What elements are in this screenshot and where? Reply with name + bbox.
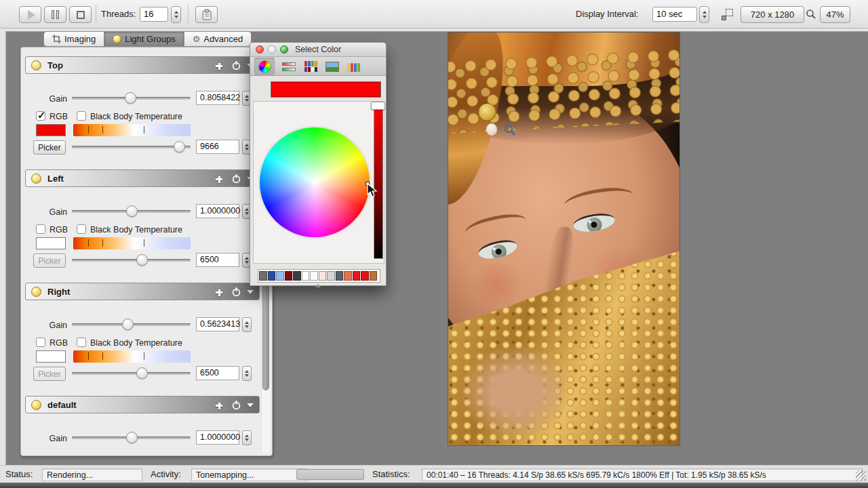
picker-button[interactable]: Picker <box>33 140 66 155</box>
color-swatch[interactable] <box>259 271 267 281</box>
rendered-image <box>448 32 680 446</box>
bbt-checkbox[interactable] <box>77 224 86 234</box>
tab-imaging[interactable]: Imaging <box>43 31 104 47</box>
gain-stepper[interactable] <box>242 430 252 445</box>
picker-slider[interactable] <box>72 367 191 380</box>
gain-value-field[interactable]: 0.5623413 <box>196 317 239 331</box>
power-icon[interactable] <box>231 174 241 184</box>
picker-value-field[interactable]: 6500 <box>196 366 239 380</box>
color-swatch[interactable] <box>276 271 284 281</box>
rgb-checkbox[interactable] <box>36 111 45 121</box>
color-swatch[interactable] <box>327 271 335 281</box>
resize-grip[interactable] <box>856 470 866 481</box>
brightness-slider[interactable] <box>374 105 383 259</box>
display-interval-input[interactable]: 10 sec <box>652 7 697 22</box>
group-header-right[interactable]: Right <box>25 283 260 300</box>
tab-light-groups[interactable]: Light Groups <box>104 31 184 47</box>
add-icon[interactable] <box>214 61 224 70</box>
swatch-row <box>258 269 380 283</box>
color-swatch[interactable] <box>344 271 352 281</box>
drawer-grip-icon[interactable] <box>315 284 321 287</box>
group-color-swatch[interactable] <box>36 124 66 136</box>
rgb-checkbox[interactable] <box>36 338 45 347</box>
statistics-label: Statistics: <box>372 466 410 483</box>
sliders-mode-button[interactable] <box>279 58 299 75</box>
brightness-slider-handle[interactable] <box>371 102 385 110</box>
chevron-down-icon[interactable] <box>247 290 254 294</box>
rgb-checkbox[interactable] <box>36 224 45 234</box>
sliders-icon <box>282 61 296 72</box>
add-icon[interactable] <box>214 174 224 184</box>
picker-button[interactable]: Picker <box>33 253 66 268</box>
chevron-down-icon[interactable] <box>247 403 254 407</box>
color-swatch[interactable] <box>370 271 378 281</box>
add-icon[interactable] <box>214 287 224 297</box>
picker-stepper[interactable] <box>242 366 252 381</box>
color-swatch[interactable] <box>353 271 361 281</box>
color-swatch[interactable] <box>310 271 318 281</box>
group-header-default[interactable]: default <box>25 396 260 413</box>
dialog-titlebar[interactable]: Select Color <box>250 43 386 57</box>
color-swatch[interactable] <box>361 271 369 281</box>
add-icon[interactable] <box>214 401 224 410</box>
temperature-gradient-bar[interactable] <box>73 350 191 363</box>
gain-value-field[interactable]: 1.0000000 <box>196 430 239 445</box>
group-name: Top <box>47 60 63 70</box>
temperature-gradient-bar[interactable] <box>73 124 191 136</box>
picker-button[interactable]: Picker <box>33 367 66 381</box>
group-color-swatch[interactable] <box>36 237 66 249</box>
picker-slider[interactable] <box>72 140 191 154</box>
display-interval-stepper[interactable] <box>699 6 709 23</box>
group-header-top[interactable]: Top <box>25 56 260 74</box>
crayons-mode-button[interactable] <box>344 58 364 75</box>
color-wheel-mode-button[interactable] <box>254 58 275 75</box>
picker-value-field[interactable]: 9666 <box>196 140 239 154</box>
power-icon[interactable] <box>231 400 241 410</box>
picker-slider[interactable] <box>72 253 191 267</box>
threads-stepper[interactable] <box>171 6 181 23</box>
color-swatch[interactable] <box>285 271 293 281</box>
group-color-swatch[interactable] <box>36 350 66 363</box>
color-swatch[interactable] <box>268 271 276 281</box>
color-wheel-panel <box>253 101 384 264</box>
color-swatch[interactable] <box>302 271 310 281</box>
play-button[interactable] <box>19 6 41 23</box>
gain-slider[interactable] <box>72 431 191 445</box>
gain-value-field[interactable]: 0.8058422 <box>196 91 239 105</box>
gain-value-field[interactable]: 1.0000000 <box>196 204 239 218</box>
color-wheel[interactable] <box>260 127 370 237</box>
crayons-icon <box>347 62 361 72</box>
bbt-checkbox[interactable] <box>77 111 86 121</box>
zoom-level-button[interactable]: 47% <box>820 6 850 23</box>
gain-label: Gain <box>21 94 67 104</box>
close-icon[interactable] <box>256 45 264 54</box>
image-palette-icon <box>326 62 339 72</box>
zoom-window-icon[interactable] <box>280 45 288 54</box>
group-header-left[interactable]: Left <box>25 169 260 187</box>
minimize-icon[interactable] <box>268 45 276 54</box>
gain-slider[interactable] <box>72 92 191 105</box>
light-bulb-icon <box>31 174 41 184</box>
power-icon[interactable] <box>231 287 241 297</box>
gear-icon: ⚙ <box>193 35 201 43</box>
stop-button[interactable] <box>69 6 92 23</box>
tab-advanced[interactable]: ⚙ Advanced <box>184 31 252 47</box>
gain-slider[interactable] <box>72 318 191 331</box>
gain-slider[interactable] <box>72 205 191 218</box>
color-swatch[interactable] <box>319 271 327 281</box>
image-mode-button[interactable] <box>322 58 342 75</box>
color-swatch[interactable] <box>293 271 301 281</box>
temperature-gradient-bar[interactable] <box>73 237 191 249</box>
palette-mode-button[interactable] <box>300 58 321 75</box>
bbt-checkbox[interactable] <box>77 338 86 347</box>
color-swatch[interactable] <box>336 271 344 281</box>
magnifier-picker-icon[interactable] <box>504 124 516 136</box>
rgb-label: RGB <box>50 112 68 121</box>
pause-button[interactable] <box>44 6 66 23</box>
power-icon[interactable] <box>231 60 241 70</box>
copy-button[interactable] <box>195 6 218 23</box>
picker-value-field[interactable]: 6500 <box>196 253 239 267</box>
gain-stepper[interactable] <box>242 317 252 332</box>
resolution-button[interactable]: 488 x 868 <box>741 6 804 23</box>
threads-input[interactable]: 16 <box>140 7 168 22</box>
